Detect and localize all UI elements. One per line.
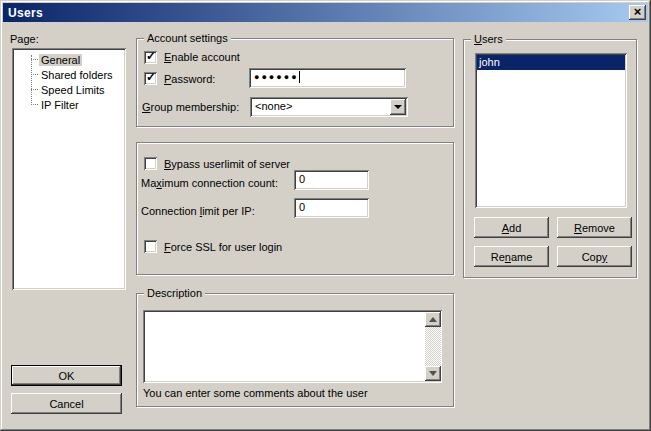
cancel-button[interactable]: Cancel [11,393,122,414]
description-scrollbar[interactable] [425,312,441,381]
user-list-item[interactable]: john [477,55,625,70]
add-user-button[interactable]: Add [474,217,549,238]
page-item-shared-folders[interactable]: Shared folders [12,67,126,82]
page-item-speed-limits[interactable]: Speed Limits [12,82,126,97]
close-icon: × [634,6,642,17]
bypass-userlimit-label[interactable]: Bypass userlimit of server [164,158,290,170]
password-value: ●●●●●● [254,72,299,82]
description-hint: You can enter some comments about the us… [143,387,368,399]
bypass-userlimit-checkbox[interactable] [144,157,157,170]
users-dialog-window: Users × Page: General Shared folders Spe… [0,0,651,431]
arrow-up-icon [429,317,437,322]
max-connection-input[interactable]: 0 [294,170,369,190]
password-checkbox[interactable] [144,72,157,85]
description-textarea[interactable] [143,310,442,383]
users-list[interactable]: john [475,53,627,208]
account-settings-group: Account settings Enable account Password… [136,38,454,127]
enable-account-checkbox[interactable] [144,51,157,64]
ip-limit-input[interactable]: 0 [294,198,369,218]
connection-limits-group: Bypass userlimit of server Maximum conne… [136,142,454,275]
group-membership-label: Group membership: [142,101,239,113]
rename-user-button[interactable]: Rename [474,246,549,267]
window-title: Users [8,6,43,20]
users-group-label: Users [471,33,506,45]
password-input[interactable]: ●●●●●● [249,68,406,88]
ok-button[interactable]: OK [11,365,122,386]
force-ssl-checkbox[interactable] [144,240,157,253]
close-button[interactable]: × [629,5,646,20]
ip-limit-label: Connection limit per IP: [141,205,255,217]
group-membership-select[interactable]: <none> [250,97,408,117]
account-settings-group-label: Account settings [144,32,231,44]
scroll-down-button[interactable] [425,366,441,381]
description-group-label: Description [144,287,205,299]
text-caret [299,71,300,83]
arrow-down-icon [429,371,437,376]
max-connection-label: Maximum connection count: [141,177,278,189]
scroll-up-button[interactable] [425,312,441,327]
force-ssl-label[interactable]: Force SSL for user login [164,241,282,253]
page-item-general[interactable]: General [12,52,126,67]
copy-user-button[interactable]: Copy [557,246,632,267]
enable-account-label[interactable]: Enable account [164,51,240,63]
page-item-ip-filter[interactable]: IP Filter [12,97,126,112]
group-membership-value: <none> [255,100,292,112]
remove-user-button[interactable]: Remove [557,217,632,238]
page-label: Page: [10,33,39,45]
users-group: Users john Add Remove Rename Copy [463,39,637,278]
description-group: Description You can enter some comments … [136,293,454,407]
page-list[interactable]: General Shared folders Speed Limits IP F… [12,48,126,290]
password-label[interactable]: Password: [164,73,215,85]
chevron-down-icon [394,105,402,109]
titlebar[interactable]: Users × [3,3,648,22]
group-membership-dropdown-button[interactable] [390,99,406,115]
